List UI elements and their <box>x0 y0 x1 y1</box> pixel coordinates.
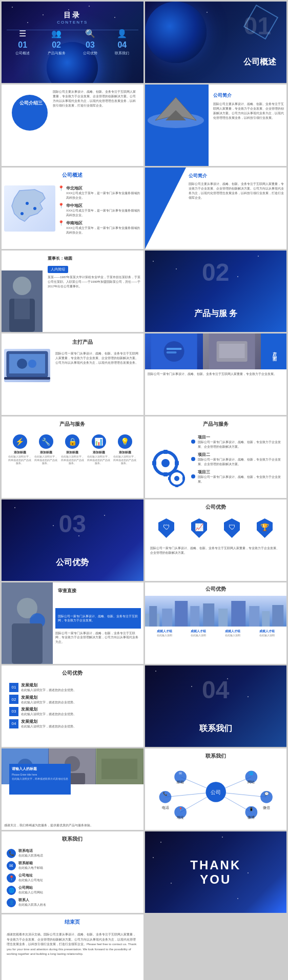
adv-text-2: 发展规划 在此输入说明文字，描述您的企业优势。 <box>21 695 76 705</box>
slide3-title: 公司介绍三 <box>19 100 43 107</box>
phone-icon: 📞 <box>7 849 16 858</box>
label-item-3: 成就人才组 在此输入说明 <box>225 629 240 637</box>
num-badge-4: 04 <box>9 719 18 728</box>
icon-item-3: 🔒 添加标题 在此输入说明文字，简单描述您的产品或服务。 <box>61 434 84 465</box>
slide17-title: 公司优势 <box>2 665 143 681</box>
svg-rect-18 <box>166 351 176 353</box>
menu-label-3: 公司优势 <box>83 51 97 56</box>
contact-person: 👤 联系人 在此输入联系人姓名 <box>7 898 138 907</box>
slide-2: 01 公司概述 <box>145 2 287 83</box>
adv-item-1: 01 发展规划 在此输入说明文字，描述您的企业优势。 <box>9 682 136 693</box>
slide-15: 审查直接 国际公司一家专门从事设计、战略、创新。业务专注于互联网，专业致力于企业… <box>2 582 143 664</box>
slide-13: 03 公司优势 <box>2 499 143 581</box>
service-icon-4: 📊 <box>92 434 106 449</box>
menu-label-2: 产品与服务 <box>48 51 66 56</box>
slide-1: 目录 CONTENTS ☰ 01 公司概述 👥 02 产品与服务 🔍 03 公司… <box>2 2 143 83</box>
svg-rect-44 <box>149 606 157 627</box>
slide20-title: 联系我们 <box>145 748 287 764</box>
icon-label-4: 添加标题 <box>87 450 110 455</box>
slide7-content: 重事长：锦圆 人内简绍 某某——1987年某某大学计算机专业毕业，于某市担任某职… <box>48 256 141 289</box>
globe-2 <box>145 2 207 63</box>
svg-rect-24 <box>163 450 168 454</box>
thank-you-section: THANK YOU <box>180 858 251 887</box>
location-icon-1: 📍 <box>58 185 64 191</box>
svg-text:邮箱: 邮箱 <box>177 780 184 784</box>
blue-triangle <box>145 168 186 249</box>
svg-text:网站: 网站 <box>248 780 255 784</box>
person-icon: 👤 <box>7 898 16 907</box>
svg-rect-12 <box>4 377 50 380</box>
svg-rect-60 <box>101 759 137 779</box>
svg-text:微博: 微博 <box>248 816 255 820</box>
slide3-content: 国际公司主要从事设计、战略、创新。业务专注于互联网人家重量，专业致力于企业发展、… <box>53 90 138 108</box>
icon-desc-2: 在此输入说明文字，简单描述您的产品或服务。 <box>34 455 57 465</box>
email-icon: ✉ <box>7 861 16 870</box>
slide4-content: 国际公司主要从事设计、战略、创新。业务专注于互联网人家重量，专业致力于企业发展、… <box>213 102 284 120</box>
svg-rect-33 <box>182 477 185 480</box>
svg-rect-17 <box>166 348 181 350</box>
section13-title: 公司优势 <box>56 557 89 568</box>
svg-rect-48 <box>203 603 214 627</box>
svg-point-3 <box>26 202 29 205</box>
slide-11: 产品与服务 ⚡ 添加标题 在此输入说明文字，简单描述您的产品或服务。 🔧 添加标… <box>2 416 143 498</box>
icon-desc-1: 在此输入说明文字，简单描述您的产品或服务。 <box>8 455 31 465</box>
product-label: 产 品 图 <box>261 333 286 369</box>
slide-4: 公司简介 国际公司主要从事设计、战略、创新。业务专注于互联网人家重量，专业致力于… <box>145 85 287 166</box>
svg-point-5 <box>20 212 24 215</box>
slide7-badge: 人内简绍 <box>48 266 68 273</box>
svg-rect-49 <box>218 609 228 627</box>
service-item-2: 项目二 国际公司一家专门从事设计、战略、创新，专业致力于企业发展、企业管理的创新… <box>191 452 282 466</box>
svg-rect-27 <box>175 461 179 465</box>
label-desc-2: 在此输入说明 <box>191 634 206 637</box>
menu-label-1: 公司概述 <box>15 51 30 56</box>
gears-decoration <box>150 443 186 478</box>
slide7-text: 某某——1987年某某大学计算机专业毕业，于某市担任某职务，于某公司任某职。入职… <box>48 275 141 289</box>
slide9-title: 主打产品 <box>72 339 93 346</box>
icon-item-2: 🔧 添加标题 在此输入说明文字，简单描述您的产品或服务。 <box>34 434 57 465</box>
slide-6: 公司简介 国际公司主要从事设计、战略、创新。业务专注于互联网人家重量，专业致力于… <box>145 168 287 249</box>
svg-rect-52 <box>262 611 270 627</box>
svg-rect-51 <box>249 606 259 627</box>
svg-point-14 <box>28 360 36 368</box>
svg-text:电话: 电话 <box>161 806 169 809</box>
section8-num: 02 <box>202 258 229 286</box>
svg-text:🛡: 🛡 <box>163 523 170 531</box>
slide-3: 公司介绍三 国际公司主要从事设计、战略、创新。业务专注于互联网人家重量，专业致力… <box>2 85 143 166</box>
svg-text:公司: 公司 <box>211 789 221 795</box>
slide23-title: 结束页 <box>2 914 143 930</box>
menu-label-4: 联系我们 <box>115 51 129 56</box>
svg-text:💬: 💬 <box>264 791 269 796</box>
svg-rect-50 <box>231 601 245 627</box>
person-image <box>2 270 43 332</box>
icon-item-1: ⚡ 添加标题 在此输入说明文字，简单描述您的产品或服务。 <box>8 434 31 465</box>
network-diagram: 公司 ✉ 邮箱 📞 电话 📍 地址 🌐 网站 💬 微信 📱 微 <box>145 764 287 820</box>
loc-text-2: 华中地区 XXX公司成立于某年，是一家专门从事专业服务领域的高科技企业。 <box>66 203 141 217</box>
item-text-3: 项目三 国际公司一家专门从事设计、战略、创新，专业致力于企业发展。 <box>198 469 282 484</box>
locations: 📍 华北地区 XXX公司成立于某年，是一家专门从事专业服务领域的高科技企业。 📍… <box>58 185 141 235</box>
icon-item-5: 💡 添加标题 在此输入说明文字，简单描述您的产品或服务。 <box>113 434 136 465</box>
slide6-text: 公司简介 国际公司主要从事设计、战略、创新。业务专注于互联网人家重量，专业致力于… <box>189 173 284 200</box>
slide23-content: 感谢您观看本次演示文稿。国际公司主要从事设计、战略、创新。业务专注于互联网人家重… <box>2 930 143 960</box>
product-images: 产 品 图 <box>145 333 287 369</box>
bullet-2 <box>191 457 195 461</box>
slide-10: 产 品 图 国际公司一家专门从事设计、战略、创新。业务专注于互联网人家重量，专业… <box>145 333 287 415</box>
icon-label-2: 添加标题 <box>34 450 57 455</box>
slide15-bar: 国际公司一家专门从事设计、战略、创新。业务专注于互联网，专业致力于企业发展。 <box>55 608 141 629</box>
slide-5: 公司概述 📍 华北地区 XXX公司成立于某年，是一家专门从事专业服务领域的高科技… <box>2 168 143 249</box>
card-subtitle: Please Enter title here <box>12 773 68 777</box>
label-desc-1: 在此输入说明 <box>157 634 172 637</box>
contact-list: 📞 联系电话 在此输入联系电话 ✉ 联系邮箱 在此输入电子邮箱 📍 公司地址 在… <box>2 847 143 911</box>
section13-num: 03 <box>59 510 86 538</box>
num-badge-2: 02 <box>9 695 18 704</box>
label-item-4: 成就人才组 在此输入说明 <box>259 629 275 637</box>
num-badge-1: 01 <box>9 683 18 692</box>
label-desc-3: 在此输入说明 <box>225 634 240 637</box>
service-icon-5: 💡 <box>118 434 132 449</box>
menu-icon-4: 👤 <box>115 29 129 38</box>
menu-num-1: 01 <box>15 40 30 50</box>
svg-rect-53 <box>272 605 283 627</box>
service-icon-2: 🔧 <box>39 434 53 449</box>
service-icon-3: 🔒 <box>65 434 79 449</box>
menu-items: ☰ 01 公司概述 👥 02 产品与服务 🔍 03 公司优势 👤 04 联系我们 <box>2 25 143 60</box>
slide15-bar-text: 国际公司一家专门从事设计、战略、创新。业务专注于互联网，专业致力于企业发展。 <box>58 614 138 623</box>
